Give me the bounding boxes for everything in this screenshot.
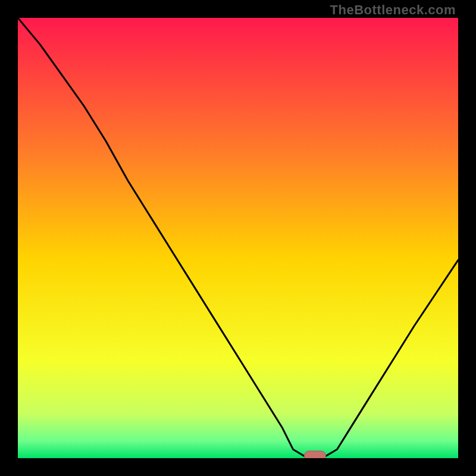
watermark-text: TheBottleneck.com	[330, 2, 456, 18]
gradient-background	[18, 18, 458, 458]
optimum-marker	[305, 451, 326, 458]
plot-svg	[18, 18, 458, 458]
plot-area	[18, 18, 458, 458]
chart-frame: TheBottleneck.com	[0, 0, 476, 476]
